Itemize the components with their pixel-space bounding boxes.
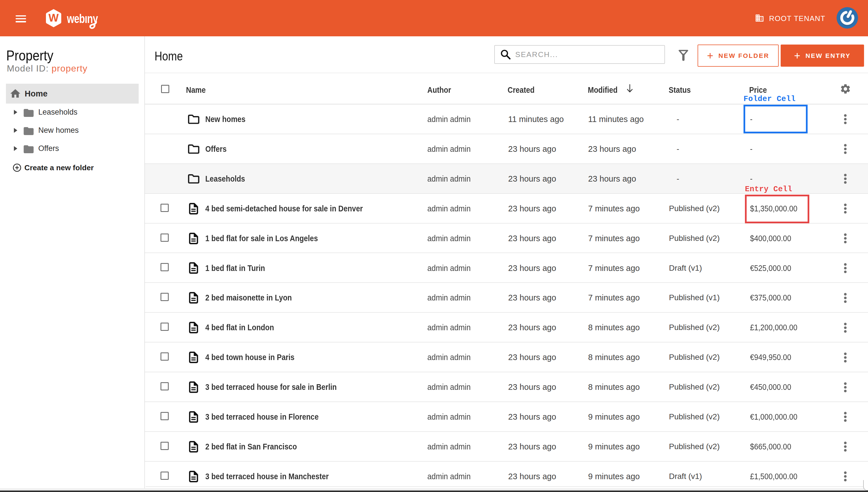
svg-text:W: W [49,12,59,24]
